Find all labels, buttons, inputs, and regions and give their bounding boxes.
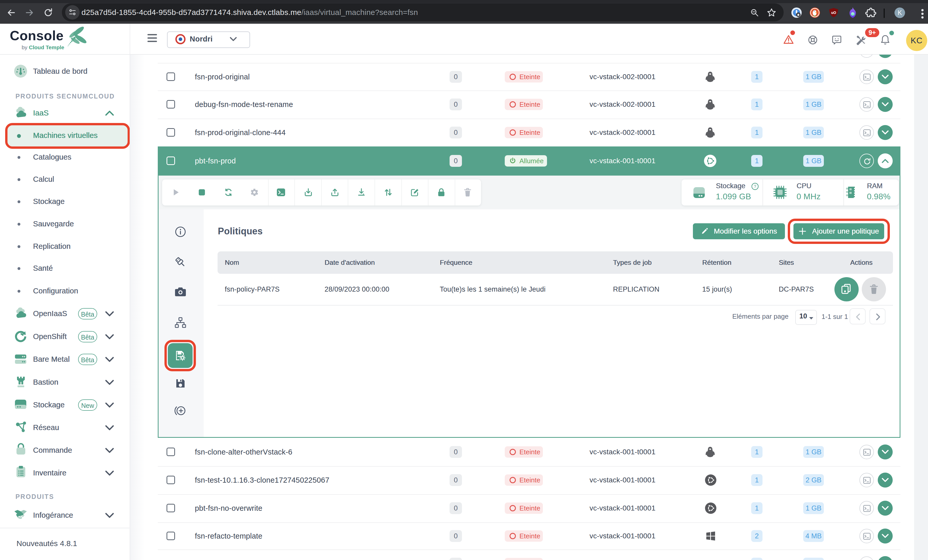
svg-text:?: ? [754, 185, 756, 189]
svg-text:uO: uO [831, 11, 836, 15]
